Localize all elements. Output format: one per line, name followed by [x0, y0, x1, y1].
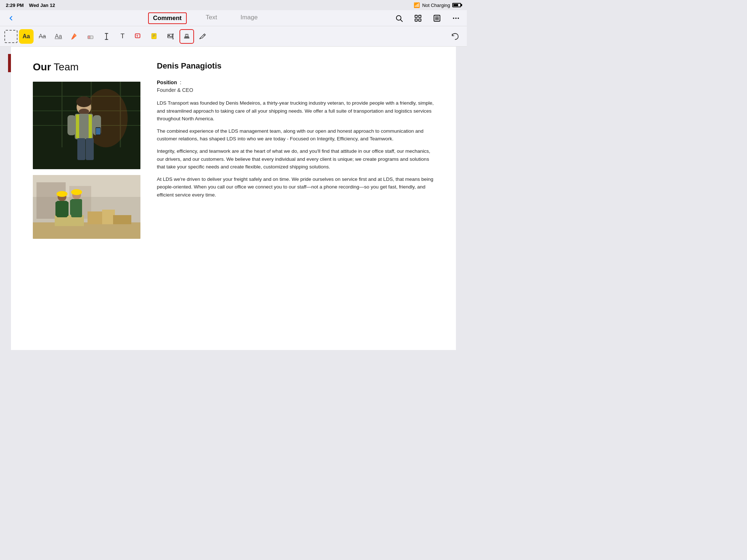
svg-line-1: [400, 20, 402, 22]
svg-rect-3: [419, 15, 421, 17]
battery-icon: [452, 3, 461, 7]
person-name: Denis Panagiotis: [157, 61, 438, 71]
status-right: 📶 Not Charging: [414, 2, 461, 8]
status-bar: 2:29 PM Wed Jan 12 📶 Not Charging: [0, 0, 467, 10]
position-row: Position :: [157, 79, 438, 85]
title-regular: Team: [51, 61, 79, 73]
svg-rect-2: [415, 15, 417, 17]
status-time: 2:29 PM: [6, 3, 24, 8]
svg-rect-67: [65, 202, 69, 216]
bookmark-marker: [8, 54, 11, 72]
select-tool-button[interactable]: [4, 30, 18, 43]
undo-button[interactable]: [448, 29, 462, 44]
more-button[interactable]: [449, 12, 462, 25]
warehouse-image-1: [33, 82, 140, 169]
paragraph-3: Integrity, efficiency, and teamwork are …: [157, 147, 438, 171]
search-button[interactable]: [392, 12, 406, 25]
highlight-yellow-button[interactable]: Aa: [19, 29, 34, 44]
top-nav: Comment Text Image: [0, 10, 467, 26]
svg-rect-5: [419, 19, 421, 21]
document: Our Team: [11, 47, 456, 350]
tab-text[interactable]: Text: [201, 12, 221, 24]
svg-rect-59: [33, 222, 140, 239]
paragraph-1: LDS Transport was founded by Denis Medei…: [157, 99, 438, 123]
content-area: Our Team: [0, 47, 467, 350]
doc-right-column: Denis Panagiotis Position : Founder & CE…: [157, 61, 438, 335]
svg-rect-52: [96, 128, 100, 135]
svg-point-12: [458, 18, 459, 19]
svg-rect-66: [55, 202, 59, 216]
pen-button[interactable]: [196, 29, 210, 44]
paragraph-2: The combined experience of the LDS manag…: [157, 127, 438, 143]
stamp-button[interactable]: [179, 29, 194, 44]
nav-tabs: Comment Text Image: [18, 12, 392, 24]
svg-rect-60: [88, 211, 102, 224]
wifi-icon: 📶: [414, 2, 420, 8]
underline-button[interactable]: Aa: [51, 29, 66, 44]
svg-point-71: [57, 191, 67, 197]
eraser-button[interactable]: [83, 29, 98, 44]
strikethrough-button[interactable]: Aa: [35, 29, 50, 44]
paragraph-4: At LDS we're driven to deliver your frei…: [157, 175, 438, 199]
svg-point-11: [455, 18, 457, 19]
status-date: Wed Jan 12: [29, 3, 55, 8]
svg-line-33: [204, 34, 205, 36]
image-tool-button[interactable]: [163, 29, 178, 44]
svg-rect-49: [67, 115, 76, 135]
svg-point-10: [453, 18, 454, 19]
svg-rect-70: [70, 200, 74, 215]
list-button[interactable]: [430, 12, 444, 25]
position-colon: :: [180, 79, 181, 85]
back-button[interactable]: [4, 12, 18, 25]
svg-rect-53: [77, 138, 85, 160]
position-label: Position: [157, 79, 177, 85]
right-sidebar: [456, 47, 467, 350]
svg-rect-15: [88, 36, 90, 39]
svg-point-44: [76, 96, 92, 107]
note-button[interactable]: [147, 29, 162, 44]
warehouse-image-2: [33, 175, 140, 239]
marker-button[interactable]: [67, 29, 82, 44]
doc-left-column: Our Team: [33, 61, 142, 335]
nav-actions: [392, 12, 462, 25]
left-sidebar: [0, 47, 11, 350]
grid-button[interactable]: [411, 12, 425, 25]
svg-rect-54: [86, 138, 94, 160]
freetext-button[interactable]: T: [115, 29, 130, 44]
callout-button[interactable]: T: [131, 29, 146, 44]
svg-text:T: T: [136, 34, 139, 38]
battery-status: Not Charging: [422, 3, 450, 8]
doc-title: Our Team: [33, 61, 142, 73]
svg-rect-31: [184, 37, 190, 38]
tab-comment[interactable]: Comment: [148, 12, 187, 24]
svg-rect-21: [152, 33, 156, 39]
svg-rect-61: [102, 210, 115, 224]
toolbar: Aa Aa Aa T T: [0, 26, 467, 47]
position-value: Founder & CEO: [157, 87, 193, 93]
status-time-date: 2:29 PM Wed Jan 12: [6, 3, 55, 8]
doc-body-text: LDS Transport was founded by Denis Medei…: [157, 99, 438, 199]
svg-rect-48: [79, 114, 89, 138]
svg-rect-4: [415, 19, 417, 21]
title-bold: Our: [33, 61, 51, 73]
tab-image[interactable]: Image: [236, 12, 262, 24]
svg-point-72: [71, 189, 82, 195]
svg-point-45: [79, 109, 89, 114]
svg-rect-62: [113, 215, 131, 224]
text-cursor-button[interactable]: [99, 29, 114, 44]
